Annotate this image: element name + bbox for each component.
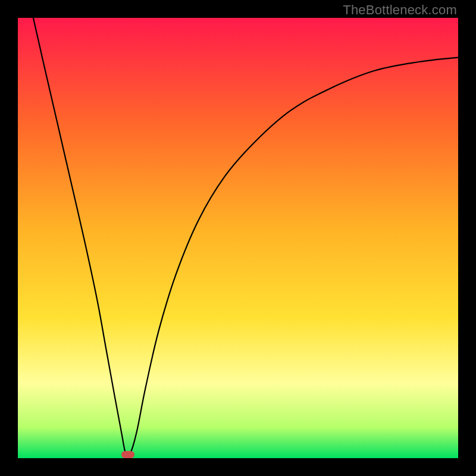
- minimum-marker: [121, 451, 134, 458]
- bottleneck-curve: [18, 18, 458, 458]
- chart-stage: TheBottleneck.com: [0, 0, 476, 476]
- watermark-text: TheBottleneck.com: [343, 2, 457, 18]
- plot-area: [18, 18, 458, 458]
